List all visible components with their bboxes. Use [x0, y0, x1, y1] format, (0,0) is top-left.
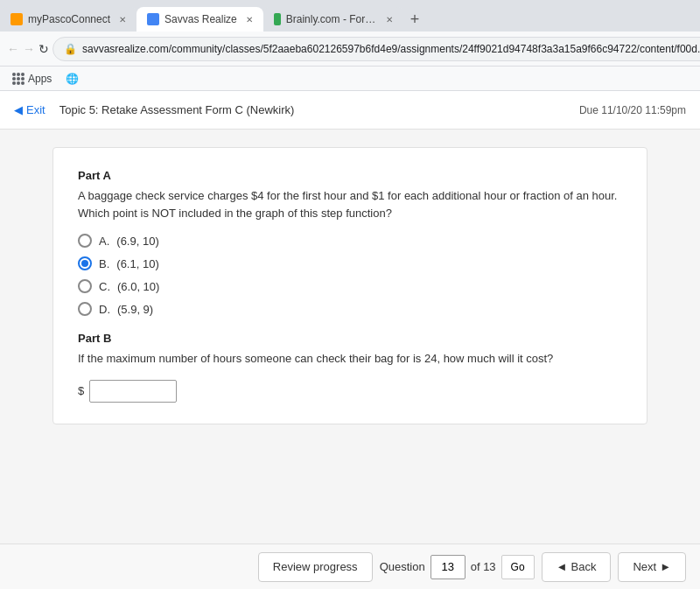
review-progress-label: Review progress [273, 560, 358, 573]
options-list: A. (6.9, 10) B. (6.1, 10) C. (6.0, 10) D… [78, 234, 622, 316]
question-card: Part A A baggage check service charges $… [52, 147, 648, 424]
globe-icon: 🌐 [66, 73, 79, 85]
radio-c[interactable] [78, 279, 92, 293]
radio-a[interactable] [78, 234, 92, 248]
radio-b-fill [81, 260, 88, 267]
dollar-input-row: $ [78, 380, 622, 403]
tab-title-savvas: Savvas Realize [164, 13, 237, 25]
question-number-input[interactable] [430, 555, 466, 579]
option-b-letter: B. [99, 257, 109, 270]
tab-favicon-savvas [147, 13, 159, 25]
tab-bar: myPascoConnect ✕ Savvas Realize ✕ Brainl… [0, 0, 700, 32]
review-progress-button[interactable]: Review progress [258, 552, 373, 582]
tab-title-brainly: Brainly.com - For students. By st... [286, 13, 377, 25]
radio-d[interactable] [78, 302, 92, 316]
option-c-letter: C. [99, 280, 110, 293]
browser-toolbar: ← → ↻ 🔒 savvasrealize.com/community/clas… [0, 32, 700, 67]
app-header: ◀ Exit Topic 5: Retake Assessment Form C… [0, 91, 700, 130]
exit-label: Exit [26, 103, 46, 116]
question-nav: Question of 13 Go [380, 555, 535, 579]
tab-mypasco[interactable]: myPascoConnect ✕ [0, 7, 136, 32]
due-date: Due 11/10/20 11:59pm [579, 104, 686, 116]
tab-title-mypasco: myPascoConnect [28, 13, 110, 25]
option-d-text: (5.9, 9) [117, 303, 153, 316]
tab-close-mypasco[interactable]: ✕ [119, 15, 126, 25]
browser-chrome: myPascoConnect ✕ Savvas Realize ✕ Brainl… [0, 0, 700, 91]
forward-browser-button[interactable]: → [23, 37, 35, 61]
go-button[interactable]: Go [501, 555, 535, 579]
next-label: Next [633, 560, 656, 573]
next-button[interactable]: Next ► [618, 552, 686, 582]
tab-brainly[interactable]: Brainly.com - For students. By st... ✕ [263, 7, 403, 32]
main-content: Part A A baggage check service charges $… [0, 130, 700, 543]
go-label: Go [511, 561, 525, 573]
option-c-text: (6.0, 10) [117, 280, 159, 293]
tab-savvas[interactable]: Savvas Realize ✕ [136, 7, 263, 32]
back-label: Back [570, 560, 596, 573]
option-b[interactable]: B. (6.1, 10) [78, 256, 622, 270]
tab-close-savvas[interactable]: ✕ [246, 15, 253, 25]
option-d[interactable]: D. (5.9, 9) [78, 302, 622, 316]
address-bar[interactable]: 🔒 savvasrealize.com/community/classes/5f… [52, 37, 700, 61]
reload-button[interactable]: ↻ [38, 37, 49, 61]
exit-arrow-icon: ◀ [14, 103, 23, 116]
topic-title: Topic 5: Retake Assessment Form C (Newki… [60, 103, 579, 116]
apps-grid-icon [12, 73, 24, 85]
of-label: of 13 [471, 560, 496, 573]
new-tab-button[interactable]: + [403, 7, 427, 32]
tab-favicon-mypasco [10, 13, 23, 25]
address-text: savvasrealize.com/community/classes/5f2a… [82, 43, 700, 55]
part-b-text: If the maximum number of hours someone c… [78, 350, 622, 368]
answer-input[interactable] [89, 380, 177, 403]
option-c[interactable]: C. (6.0, 10) [78, 279, 622, 293]
bookmarks-bar: Apps 🌐 [0, 67, 700, 91]
option-a-text: (6.9, 10) [116, 235, 158, 248]
option-b-text: (6.1, 10) [116, 257, 158, 270]
dollar-sign: $ [78, 384, 84, 397]
back-arrow-icon: ◄ [556, 560, 568, 573]
exit-button[interactable]: ◀ Exit [14, 103, 46, 116]
back-button[interactable]: ◄ Back [542, 552, 612, 582]
question-nav-label: Question [380, 560, 425, 573]
tab-close-brainly[interactable]: ✕ [386, 15, 393, 25]
option-d-letter: D. [99, 303, 110, 316]
back-browser-button[interactable]: ← [7, 37, 19, 61]
apps-label: Apps [28, 73, 52, 85]
globe-bookmark[interactable]: 🌐 [60, 71, 84, 87]
radio-b[interactable] [78, 256, 92, 270]
tab-favicon-brainly [274, 13, 281, 25]
apps-bookmark[interactable]: Apps [7, 71, 57, 87]
part-a-label: Part A [78, 169, 622, 182]
next-arrow-icon: ► [660, 560, 671, 573]
part-a-text: A baggage check service charges $4 for t… [78, 187, 622, 221]
option-a-letter: A. [99, 235, 109, 248]
option-a[interactable]: A. (6.9, 10) [78, 234, 622, 248]
footer: Review progress Question of 13 Go ◄ Back… [0, 543, 700, 589]
part-b-label: Part B [78, 332, 622, 345]
